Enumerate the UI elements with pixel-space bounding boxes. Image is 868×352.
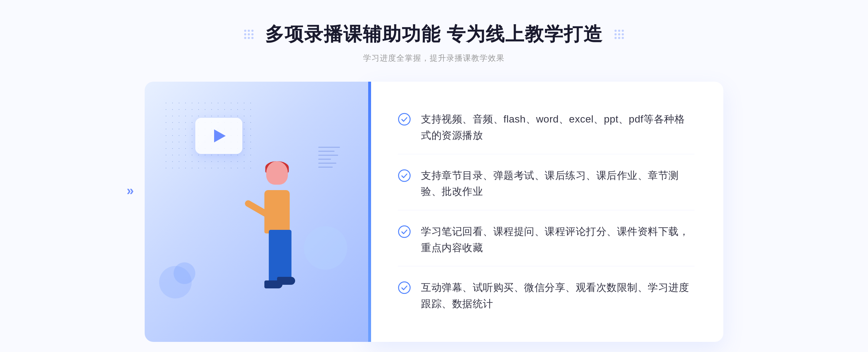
header-section: 多项录播课辅助功能 专为线上教学打造 学习进度全掌握，提升录播课教学效果 [244, 22, 624, 64]
content-area: 支持视频、音频、flash、word、excel、ppt、pdf等各种格式的资源… [145, 82, 723, 342]
illustration-card [145, 82, 369, 342]
figure-head [266, 161, 288, 185]
svg-point-2 [399, 226, 410, 237]
page-chevrons-left: » [127, 183, 131, 198]
svg-point-0 [399, 113, 410, 125]
deco-circle-2 [174, 262, 195, 284]
check-icon-4 [398, 281, 411, 294]
figure-pants-right [278, 230, 292, 280]
check-icon-3 [398, 225, 411, 238]
figure-illustration [226, 161, 328, 335]
main-title: 多项录播课辅助功能 专为线上教学打造 [265, 22, 603, 47]
check-icon-1 [398, 113, 411, 126]
figure-body [264, 190, 290, 233]
feature-item: 支持视频、音频、flash、word、excel、ppt、pdf等各种格式的资源… [398, 101, 694, 154]
subtitle: 学习进度全掌握，提升录播课教学效果 [363, 53, 505, 64]
features-card: 支持视频、音频、flash、word、excel、ppt、pdf等各种格式的资源… [369, 82, 723, 342]
play-bubble [195, 118, 242, 154]
figure-shoe-right [277, 277, 295, 285]
feature-item: 学习笔记回看、课程提问、课程评论打分、课件资料下载，重点内容收藏 [398, 214, 694, 267]
feature-item: 互动弹幕、试听购买、微信分享、观看次数限制、学习进度跟踪、数据统计 [398, 270, 694, 322]
feature-text-1: 支持视频、音频、flash、word、excel、ppt、pdf等各种格式的资源… [421, 111, 694, 144]
page-container: 多项录播课辅助功能 专为线上教学打造 学习进度全掌握，提升录播课教学效果 » [0, 0, 868, 352]
feature-text-3: 学习笔记回看、课程提问、课程评论打分、课件资料下载，重点内容收藏 [421, 224, 694, 256]
svg-point-1 [399, 170, 410, 181]
accent-bar [368, 82, 371, 342]
feature-text-4: 互动弹幕、试听购买、微信分享、观看次数限制、学习进度跟踪、数据统计 [421, 280, 694, 312]
svg-point-3 [399, 282, 410, 293]
feature-item: 支持章节目录、弹题考试、课后练习、课后作业、章节测验、批改作业 [398, 158, 694, 211]
feature-text-2: 支持章节目录、弹题考试、课后练习、课后作业、章节测验、批改作业 [421, 168, 694, 200]
check-icon-2 [398, 169, 411, 182]
play-triangle-icon [214, 129, 226, 142]
header-deco-right [614, 30, 624, 39]
header-deco-left [244, 30, 254, 39]
title-row: 多项录播课辅助功能 专为线上教学打造 [244, 22, 624, 47]
